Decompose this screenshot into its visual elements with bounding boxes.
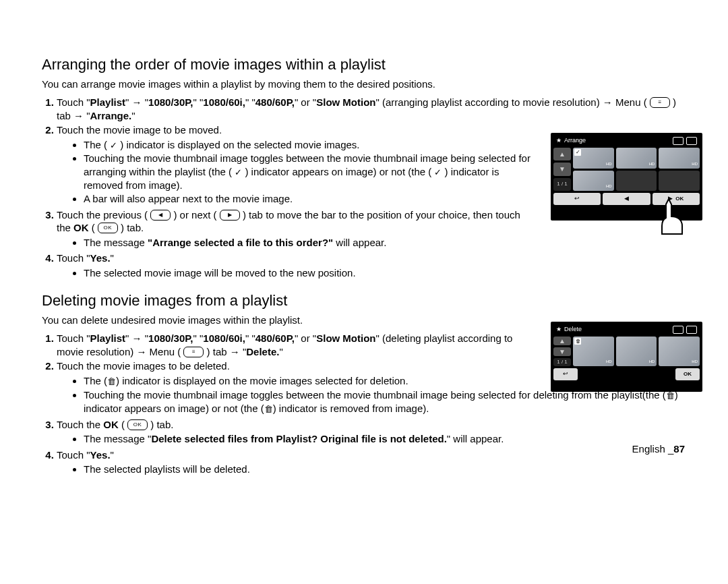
menu-icon: ≡ [183,347,204,357]
next-icon: ▶ [220,210,240,221]
page-indicator: 1 / 1 [553,358,571,366]
scroll-down-button[interactable]: ▼ [553,347,571,356]
device1-title: Arrange [564,137,586,145]
movie-thumbnail[interactable]: HD [616,337,657,366]
scroll-up-button[interactable]: ▲ [553,148,571,160]
device2-title: Delete [564,326,582,334]
return-button[interactable]: ↩ [553,193,601,205]
trash-icon: 🗑 [574,338,581,345]
check-icon: ✓ [110,140,117,152]
return-button[interactable]: ↩ [553,368,578,380]
storage-icon [673,137,684,145]
movie-thumbnail-empty [616,171,657,192]
check-icon: ✓ [574,149,581,156]
device-screenshot-arrange: ★ Arrange ▲ ▼ 1 / 1 ✓HD HD HD HD [551,133,702,221]
movie-thumbnail[interactable]: HD [616,148,657,169]
page-footer: English _87 [632,442,685,456]
movie-thumbnail[interactable]: HD [573,171,614,192]
device-screenshot-delete: ★ Delete ▲ ▼ 1 / 1 🗑HD HD HD ↩ OK [551,322,702,392]
storage-icon [673,326,684,334]
ok-label: OK [675,196,684,202]
s2-step3: Touch the OK ( OK ) tab. The message "De… [57,418,686,446]
movie-thumbnail[interactable]: ✓HD [573,148,614,169]
prev-icon: ◀ [150,210,171,221]
movie-thumbnail[interactable]: HD [659,148,700,169]
section1-heading: Arranging the order of movie images with… [42,55,686,75]
section2-heading: Deleting movie images from a playlist [42,291,686,311]
prev-button[interactable]: ◀ [603,193,650,205]
section1-intro: You can arrange movie images within a pl… [42,78,686,91]
check-icon: ✓ [235,167,242,179]
s1-step1: Touch "Playlist" → "1080/30P," "1080/60i… [57,96,686,122]
movie-thumbnail-empty [659,171,700,192]
star-icon: ★ [556,326,562,334]
ok-button[interactable]: OK [675,368,700,380]
s2-step4: Touch "Yes." The selected playlists will… [57,448,686,476]
next-icon: ▶ [668,195,673,203]
next-ok-button[interactable]: ▶ OK [653,193,700,205]
check-icon: ✓ [434,167,442,179]
battery-icon [686,137,697,145]
menu-icon: ≡ [650,97,670,108]
ok-icon: OK [127,419,148,430]
scroll-down-button[interactable]: ▼ [553,163,571,175]
page-indicator: 1 / 1 [553,178,571,191]
movie-thumbnail[interactable]: HD [659,337,700,366]
battery-icon [686,326,697,334]
trash-icon: 🗑 [264,404,273,415]
trash-icon: 🗑 [666,390,675,402]
scroll-up-button[interactable]: ▲ [553,337,571,345]
trash-icon: 🗑 [107,376,116,388]
star-icon: ★ [556,137,562,145]
ok-icon: OK [98,223,118,233]
movie-thumbnail[interactable]: 🗑HD [573,337,614,366]
s1-step4: Touch "Yes." The selected movie image wi… [57,252,686,279]
